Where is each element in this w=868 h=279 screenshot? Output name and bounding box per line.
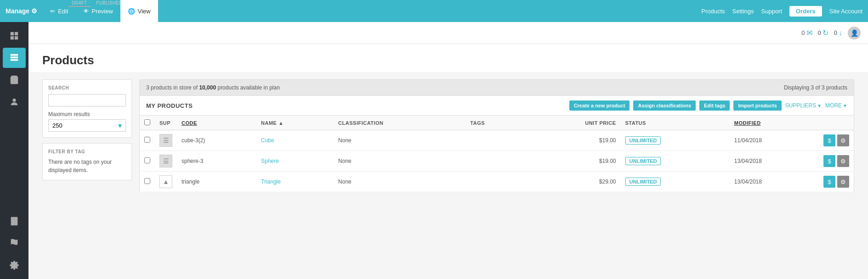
- orders-button[interactable]: Orders: [789, 6, 822, 17]
- max-results-wrapper: 250 100 500 ▼: [48, 119, 126, 132]
- sidebar-item-dashboard[interactable]: [3, 26, 26, 46]
- notif-count-3: 0: [834, 29, 837, 36]
- customers-icon: [9, 97, 19, 107]
- product-price: $19.00: [523, 151, 621, 172]
- top-bar-left: Manage ⚙ DRAFT PUBLISHED ✏ Edit 👁 Previe…: [6, 0, 158, 22]
- col-checkbox: [140, 116, 155, 130]
- product-thumb: ☰: [159, 134, 172, 147]
- settings-icon: [9, 260, 19, 270]
- manage-label: Manage: [6, 7, 29, 15]
- price-button-0[interactable]: $: [823, 134, 835, 146]
- svg-rect-6: [11, 217, 18, 225]
- sidebar-item-customers[interactable]: [3, 92, 26, 112]
- top-bar-right: Products Settings Support Orders Site Ac…: [701, 6, 862, 17]
- col-name[interactable]: NAME ▲: [256, 116, 334, 130]
- nav-products[interactable]: Products: [701, 8, 725, 15]
- col-tags: TAGS: [465, 116, 523, 130]
- tab-edit[interactable]: ✏ Edit: [43, 0, 75, 22]
- tab-preview[interactable]: 👁 Preview: [76, 0, 120, 22]
- more-dropdown[interactable]: MORE ▼: [825, 102, 847, 109]
- more-chevron-icon: ▼: [843, 103, 847, 108]
- sidebar-item-orders[interactable]: [3, 211, 26, 231]
- product-classification: None: [334, 151, 465, 172]
- suppliers-dropdown[interactable]: SUPPLIERS ▼: [785, 102, 822, 109]
- sidebar-item-settings[interactable]: [3, 255, 26, 275]
- site-account-link[interactable]: Site Account: [829, 8, 862, 15]
- search-label: SEARCH: [48, 85, 126, 90]
- notif-download: 0 ↓: [834, 29, 842, 37]
- product-name-link[interactable]: Triangle: [261, 179, 281, 185]
- col-unit-price: UNIT PRICE: [523, 116, 621, 130]
- table-row: ☰ sphere-3 Sphere None $19.00 UNLIMITED …: [140, 151, 854, 172]
- sidebar-item-categories[interactable]: [3, 114, 26, 134]
- product-code: sphere-3: [177, 151, 256, 172]
- settings-button-1[interactable]: ⚙: [837, 155, 849, 167]
- price-button-2[interactable]: $: [823, 176, 835, 188]
- product-thumb: ☰: [159, 155, 172, 167]
- products-count-text: 3 products in store of 10,000 products a…: [146, 84, 280, 91]
- status-badge: UNLIMITED: [625, 178, 661, 186]
- row-checkbox-1[interactable]: [144, 157, 150, 163]
- dashboard-icon: [9, 31, 19, 41]
- settings-button-2[interactable]: ⚙: [837, 176, 849, 188]
- search-input[interactable]: [48, 94, 126, 106]
- my-products-title: MY PRODUCTS: [146, 102, 193, 109]
- marketing-icon: [9, 238, 19, 248]
- table-row: ▲ triangle Triangle None $29.00 UNLIMITE…: [140, 172, 854, 192]
- status-badge: UNLIMITED: [625, 157, 661, 165]
- my-products-header: MY PRODUCTS Create a new product Assign …: [139, 96, 854, 116]
- products-icon: [9, 53, 19, 63]
- filter-tag-panel: FILTER BY TAG There are no tags on your …: [42, 143, 132, 180]
- main-content: 0 ✉ 0 ↻ 0 ↓ 👤 Products SEARCH: [28, 22, 868, 279]
- avatar[interactable]: 👤: [848, 27, 861, 39]
- col-modified[interactable]: MODIFIED: [730, 116, 819, 130]
- svg-rect-0: [11, 32, 14, 35]
- row-checkbox-0[interactable]: [144, 137, 150, 143]
- col-code[interactable]: CODE: [177, 116, 256, 130]
- max-results-select[interactable]: 250 100 500: [48, 119, 126, 132]
- col-classification: CLASSIFICATION: [334, 116, 465, 130]
- edit-tags-button[interactable]: Edit tags: [699, 100, 730, 111]
- product-modified: 11/04/2018: [730, 130, 819, 151]
- notif-count-1: 0: [801, 29, 805, 36]
- manage-button[interactable]: Manage ⚙: [6, 7, 37, 15]
- tab-view[interactable]: 🌐 View: [120, 0, 158, 22]
- nav-settings[interactable]: Settings: [732, 8, 754, 15]
- top-bar: Manage ⚙ DRAFT PUBLISHED ✏ Edit 👁 Previe…: [0, 0, 868, 22]
- price-button-1[interactable]: $: [823, 155, 835, 167]
- preview-icon: 👁: [83, 8, 89, 15]
- product-name-link[interactable]: Sphere: [261, 158, 279, 164]
- refresh-icon: ↻: [823, 28, 828, 37]
- product-classification: None: [334, 130, 465, 151]
- sidebar: [0, 22, 28, 279]
- products-info-bar: 3 products in store of 10,000 products a…: [139, 79, 854, 96]
- categories-icon: [9, 119, 19, 129]
- product-tags: [465, 130, 523, 151]
- assign-classifications-button[interactable]: Assign classifications: [633, 100, 696, 111]
- product-name-link[interactable]: Cube: [261, 137, 274, 144]
- notif-count-2: 0: [818, 29, 821, 36]
- row-checkbox-2[interactable]: [144, 178, 150, 184]
- tab-group: DRAFT PUBLISHED ✏ Edit 👁 Preview 🌐 View: [43, 0, 158, 22]
- col-status: STATUS: [621, 116, 730, 130]
- settings-button-0[interactable]: ⚙: [837, 134, 849, 146]
- suppliers-chevron-icon: ▼: [817, 103, 822, 108]
- import-products-button[interactable]: Import products: [733, 100, 781, 111]
- avatar-icon-person: 👤: [851, 29, 858, 37]
- select-all-checkbox[interactable]: [144, 119, 150, 125]
- nav-support[interactable]: Support: [761, 8, 783, 15]
- name-sort-icon: ▲: [278, 120, 284, 126]
- layout: 0 ✉ 0 ↻ 0 ↓ 👤 Products SEARCH: [0, 22, 868, 279]
- product-tags: [465, 172, 523, 192]
- tab-view-label: View: [138, 8, 151, 15]
- create-product-button[interactable]: Create a new product: [569, 100, 630, 111]
- sidebar-item-products[interactable]: [3, 48, 26, 68]
- col-actions: [819, 116, 854, 130]
- notification-bar: 0 ✉ 0 ↻ 0 ↓ 👤: [28, 22, 868, 44]
- sidebar-item-cart[interactable]: [3, 70, 26, 90]
- product-classification: None: [334, 172, 465, 192]
- sidebar-item-marketing[interactable]: [3, 233, 26, 253]
- row-actions: $ ⚙: [823, 176, 849, 188]
- left-panel: SEARCH Maximum results 250 100 500 ▼ FIL…: [42, 79, 132, 272]
- info-text: 3 products in store of: [146, 84, 198, 91]
